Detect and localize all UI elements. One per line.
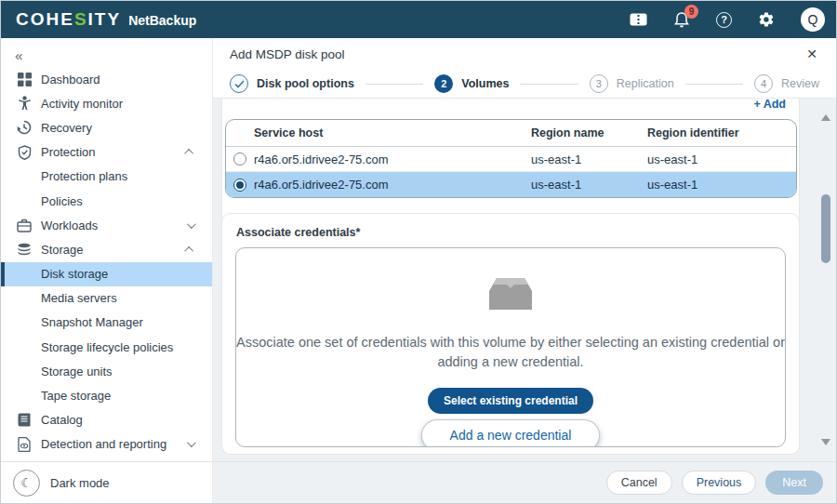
sidebar-item-media-servers[interactable]: Media servers <box>1 286 212 311</box>
dark-mode-label: Dark mode <box>50 476 110 490</box>
sidebar-collapse-icon[interactable]: « <box>1 38 212 67</box>
scroll-down-icon[interactable] <box>820 438 831 446</box>
protection-shield-icon <box>17 145 32 160</box>
sidebar-item-recovery[interactable]: Recovery <box>1 115 212 139</box>
step-connector <box>365 84 423 85</box>
previous-button[interactable]: Previous <box>682 471 757 495</box>
top-bar: COHESITY NetBackup 9 ? Q <box>1 1 836 38</box>
credentials-empty-state: Associate one set of credentials with th… <box>235 247 786 447</box>
vertical-scrollbar[interactable] <box>818 106 833 454</box>
dialog-content: + Add Service host Region name Region id… <box>213 99 836 461</box>
credentials-description: Associate one set of credentials with th… <box>236 333 785 372</box>
dark-mode-toggle[interactable]: ☾ <box>13 470 40 497</box>
cancel-button[interactable]: Cancel <box>606 471 672 495</box>
user-avatar[interactable]: Q <box>801 7 825 32</box>
activity-monitor-icon <box>17 96 32 111</box>
sidebar: « Dashboard Activity monitor <box>1 38 213 503</box>
sidebar-item-policies[interactable]: Policies <box>1 189 212 213</box>
sidebar-item-storage-units[interactable]: Storage units <box>1 359 212 383</box>
sidebar-item-snapshot-manager[interactable]: Snapshot Manager <box>1 311 212 335</box>
workloads-briefcase-icon <box>17 218 32 232</box>
sidebar-item-activity-monitor[interactable]: Activity monitor <box>1 91 212 115</box>
sidebar-item-dashboard[interactable]: Dashboard <box>1 67 212 91</box>
radio-selected[interactable] <box>233 179 246 192</box>
app-window: COHESITY NetBackup 9 ? Q « <box>0 0 837 504</box>
table-header-row: Service host Region name Region identifi… <box>226 120 796 147</box>
sidebar-item-disk-storage[interactable]: Disk storage <box>1 262 212 286</box>
next-button[interactable]: Next <box>765 471 823 495</box>
sidebar-item-protection-plans[interactable]: Protection plans <box>1 165 212 189</box>
associate-credentials-label: Associate credentials* <box>236 226 799 239</box>
step-disk-pool-options[interactable]: Disk pool options <box>230 74 354 93</box>
chevron-up-icon <box>184 149 193 158</box>
add-new-credential-button[interactable]: Add a new credential <box>422 420 600 447</box>
notifications-bell-icon[interactable]: 9 <box>673 11 690 29</box>
sidebar-item-storage-lifecycle-policies[interactable]: Storage lifecycle policies <box>1 335 212 359</box>
help-icon[interactable]: ? <box>716 12 732 28</box>
radio-unselected[interactable] <box>233 153 246 166</box>
storage-database-icon <box>17 242 32 257</box>
sidebar-item-protection[interactable]: Protection <box>1 140 212 165</box>
sidebar-footer: ☾ Dark mode <box>1 461 212 503</box>
sidebar-item-detection-and-reporting[interactable]: Detection and reporting <box>1 432 212 457</box>
step-check-icon <box>230 74 248 93</box>
step-review[interactable]: 4 Review <box>754 74 819 93</box>
detection-reporting-icon <box>17 437 32 452</box>
table-row[interactable]: r4a6.or5.idrivee2-75.com us-east-1 us-ea… <box>226 147 796 172</box>
settings-gear-icon[interactable] <box>758 11 775 28</box>
license-ticket-icon[interactable] <box>630 13 647 26</box>
step-connector <box>520 84 578 85</box>
associate-credentials-section: Associate credentials* Associate one set… <box>221 213 800 455</box>
scroll-up-icon[interactable] <box>820 113 831 122</box>
column-region-identifier: Region identifier <box>647 126 796 139</box>
select-existing-credential-button[interactable]: Select existing credential <box>428 388 593 414</box>
sidebar-item-catalog[interactable]: Catalog <box>1 408 212 432</box>
notification-count-badge: 9 <box>684 5 698 19</box>
brand-logo: COHESITY NetBackup <box>16 9 196 30</box>
chevron-up-icon <box>184 246 193 256</box>
sidebar-item-storage[interactable]: Storage <box>1 237 212 261</box>
step-replication[interactable]: 3 Replication <box>590 74 674 93</box>
wizard-steps: Disk pool options 2 Volumes 3 Replicatio… <box>213 70 836 99</box>
cohesity-logo: COHESITY <box>16 9 121 30</box>
catalog-book-icon <box>17 413 32 428</box>
chevron-down-icon <box>187 219 196 229</box>
product-name: NetBackup <box>128 13 196 28</box>
dialog-title: Add MSDP disk pool <box>230 47 345 61</box>
step-volumes[interactable]: 2 Volumes <box>434 74 509 93</box>
scrollbar-thumb[interactable] <box>821 194 830 263</box>
add-msdp-disk-pool-dialog: Add MSDP disk pool ✕ Disk pool options 2… <box>213 38 836 503</box>
recovery-icon <box>17 120 32 135</box>
step-connector <box>685 84 743 85</box>
sidebar-nav: Dashboard Activity monitor Recovery <box>1 67 212 461</box>
empty-tray-icon <box>489 278 532 313</box>
moon-icon: ☾ <box>20 475 33 490</box>
dialog-footer: Cancel Previous Next <box>213 461 836 503</box>
column-service-host: Service host <box>254 126 531 139</box>
close-icon[interactable]: ✕ <box>803 45 821 63</box>
sidebar-item-workloads[interactable]: Workloads <box>1 213 212 237</box>
dashboard-icon <box>17 72 32 86</box>
column-region-name: Region name <box>531 126 647 139</box>
sidebar-item-tape-storage[interactable]: Tape storage <box>1 383 212 407</box>
dialog-header: Add MSDP disk pool ✕ <box>213 38 836 70</box>
add-volume-link[interactable]: + Add <box>222 99 786 111</box>
table-row-selected[interactable]: r4a6.or5.idrivee2-75.com us-east-1 us-ea… <box>226 172 796 197</box>
chevron-down-icon <box>187 439 196 448</box>
service-host-table: Service host Region name Region identifi… <box>225 119 797 198</box>
